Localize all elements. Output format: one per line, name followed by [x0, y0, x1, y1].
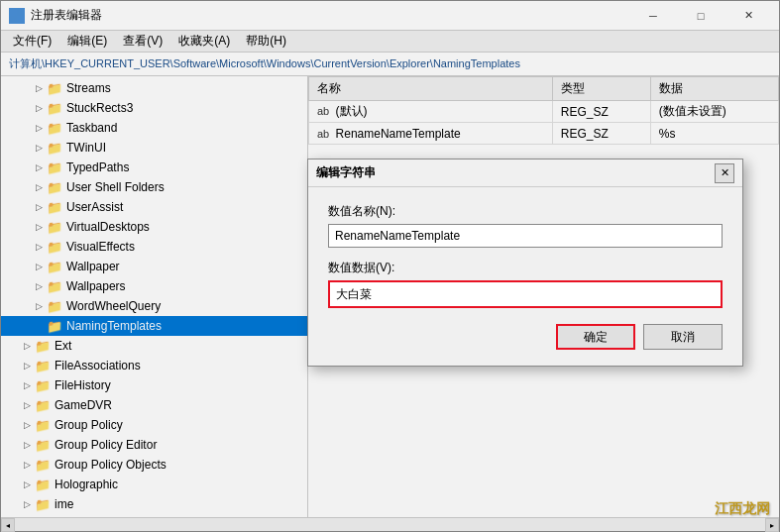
dialog-close-button[interactable]: ✕ — [715, 163, 734, 183]
dialog-buttons: 确定 取消 — [328, 324, 723, 350]
dialog-title: 编辑字符串 — [316, 164, 715, 181]
dialog-body: 数值名称(N): 数值数据(V): 确定 取消 — [308, 187, 742, 366]
value-data-label: 数值数据(V): — [328, 260, 723, 276]
value-data-input[interactable] — [328, 280, 723, 308]
value-name-label: 数值名称(N): — [328, 203, 723, 220]
edit-string-dialog: 编辑字符串 ✕ 数值名称(N): 数值数据(V): 确定 取消 — [307, 159, 743, 367]
value-name-input[interactable] — [328, 224, 723, 248]
cancel-button[interactable]: 取消 — [643, 324, 723, 350]
ok-button[interactable]: 确定 — [556, 324, 635, 350]
dialog-overlay: 编辑字符串 ✕ 数值名称(N): 数值数据(V): 确定 取消 — [0, 0, 780, 532]
dialog-title-bar: 编辑字符串 ✕ — [308, 160, 742, 187]
